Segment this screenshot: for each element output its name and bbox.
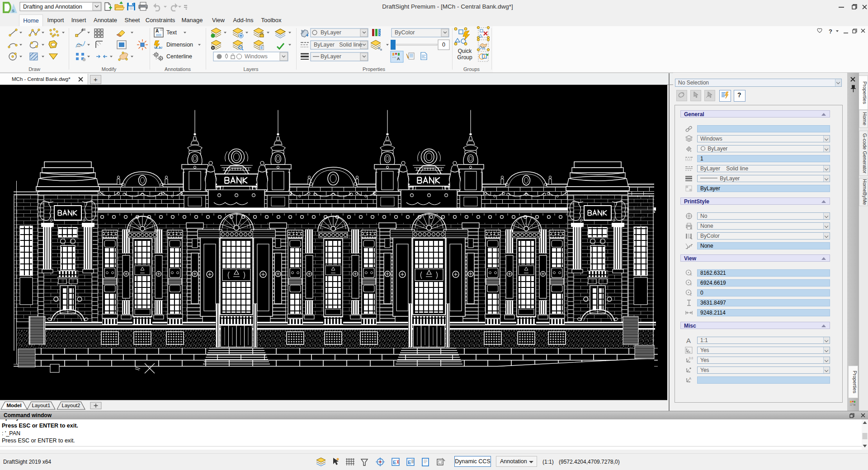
svg-text:A: A [689, 376, 691, 381]
svg-text:0: 0 [442, 42, 445, 48]
svg-text:ByLayer Solid line: ByLayer Solid line [314, 42, 362, 48]
svg-text:R: R [854, 404, 856, 406]
svg-text:A: A [397, 56, 400, 61]
svg-text:A: A [686, 337, 691, 344]
svg-text:Y: Y [690, 283, 692, 286]
svg-text:?: ? [737, 91, 741, 99]
svg-text:Dimension: Dimension [166, 42, 193, 48]
svg-text:Text: Text [166, 29, 177, 36]
svg-text:Layout2: Layout2 [62, 403, 80, 408]
svg-text:ByColor: ByColor [395, 29, 415, 36]
svg-text:0.0: 0.0 [689, 357, 693, 360]
svg-text:Layout1: Layout1 [32, 403, 51, 408]
svg-text:A: A [156, 28, 159, 33]
svg-text:Drafting and Annotation: Drafting and Annotation [23, 4, 82, 10]
svg-text:Centerline: Centerline [166, 53, 192, 60]
svg-text:X: X [690, 273, 692, 276]
svg-text:E: E [408, 460, 411, 465]
svg-text:E: E [393, 460, 396, 465]
svg-text:Model: Model [6, 403, 21, 408]
svg-text:ByLayer: ByLayer [321, 29, 341, 36]
svg-text:s: s [12, 8, 14, 13]
svg-text:?: ? [829, 28, 832, 35]
svg-text:Windows: Windows [245, 53, 268, 60]
svg-text:ByLayer: ByLayer [321, 53, 341, 60]
svg-text:Z: Z [690, 293, 692, 296]
